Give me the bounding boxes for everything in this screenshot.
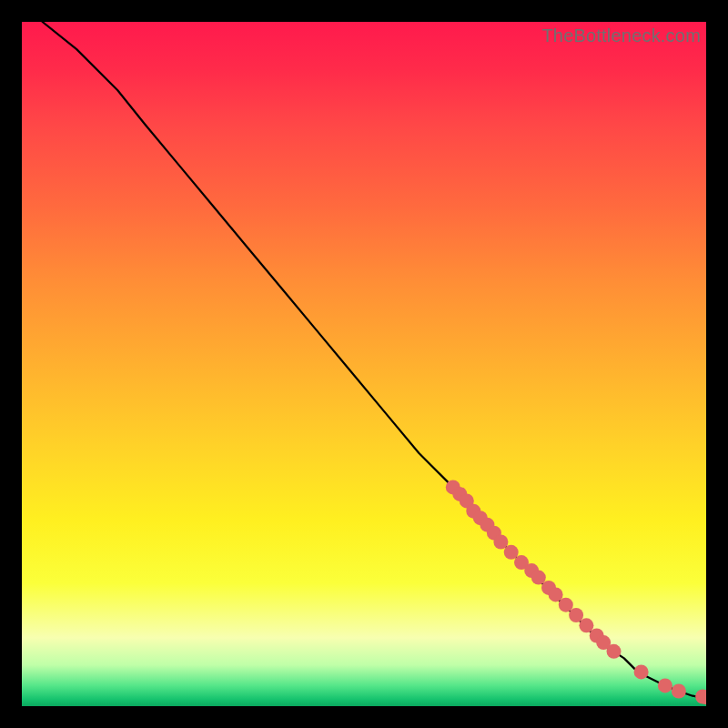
figure-root: TheBottleneck.com — [0, 0, 728, 728]
data-marker — [559, 598, 573, 612]
data-marker — [672, 684, 686, 699]
trend-line — [43, 22, 706, 698]
data-marker — [658, 678, 672, 693]
curve-markers — [446, 480, 706, 704]
data-marker — [493, 535, 508, 550]
data-marker — [569, 608, 583, 622]
chart-overlay — [22, 22, 706, 706]
data-marker — [634, 664, 649, 679]
data-marker — [607, 644, 622, 659]
plot-area: TheBottleneck.com — [22, 22, 706, 706]
data-marker — [504, 545, 519, 560]
